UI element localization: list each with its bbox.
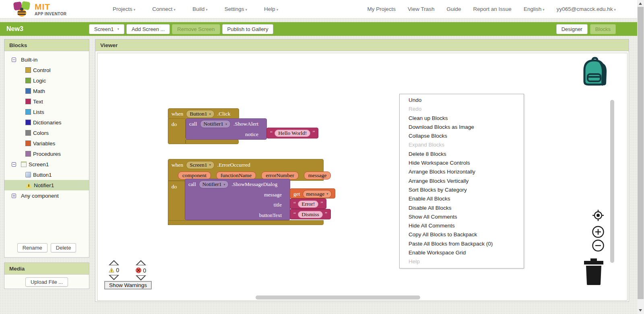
- menu-projects[interactable]: Projects▾: [113, 6, 135, 12]
- link-report-issue[interactable]: Report an Issue: [473, 6, 512, 12]
- menu-item-hide-workspace-controls[interactable]: Hide Workspace Controls: [400, 159, 524, 167]
- tree-item-notifier1[interactable]: Notifier1: [4, 180, 89, 190]
- menu-item-download-blocks-as-image[interactable]: Download Blocks as Image: [400, 123, 524, 132]
- param-message[interactable]: message: [304, 171, 331, 180]
- menu-item-enable-workspace-grid[interactable]: Enable Workspace Grid: [400, 248, 524, 257]
- link-view-trash[interactable]: View Trash: [408, 6, 435, 12]
- warning-count: 0: [116, 267, 119, 273]
- delete-button[interactable]: Delete: [51, 243, 76, 252]
- tree-item-builtin[interactable]: − Built-in: [4, 54, 89, 65]
- block-text-dismiss[interactable]: “ Dismiss ”: [290, 209, 331, 219]
- collapse-icon[interactable]: −: [12, 162, 16, 167]
- blocks-workspace[interactable]: when Button1▾ .Click do call Notifier1▾ …: [97, 53, 627, 301]
- menu-item-redo: Redo: [400, 105, 524, 114]
- logo-sub-text: APP INVENTOR: [35, 12, 66, 16]
- open-quote-icon: “: [293, 201, 296, 207]
- account-menu[interactable]: yy065@cmacck.edu.hk▾: [557, 6, 616, 12]
- expand-warnings-arrow-icon[interactable]: [109, 275, 119, 280]
- menu-item-delete-8-blocks[interactable]: Delete 8 Blocks: [400, 150, 524, 159]
- backpack-icon[interactable]: [580, 56, 610, 89]
- palette-category-logic[interactable]: Logic: [4, 75, 89, 86]
- chevron-down-icon: ▾: [209, 163, 211, 167]
- palette-header: Blocks: [4, 39, 89, 51]
- tree-item-any-component[interactable]: + Any component: [4, 190, 89, 201]
- menu-item-arrange-blocks-horizontally[interactable]: Arrange Blocks Horizontally: [400, 167, 524, 176]
- add-screen-button[interactable]: Add Screen ...: [126, 24, 170, 34]
- block-call-showalert[interactable]: call Notifier1▾ .ShowAlert notice: [186, 118, 267, 140]
- palette-category-procedures[interactable]: Procedures: [4, 149, 89, 159]
- collapse-warnings-arrow-icon[interactable]: [109, 260, 119, 265]
- palette-category-math[interactable]: Math: [4, 86, 89, 96]
- param-errornumber[interactable]: errorNumber: [261, 171, 298, 180]
- menu-item-sort-blocks-by-category[interactable]: Sort Blocks by Category: [400, 186, 524, 194]
- scrollbar-thumb[interactable]: [638, 7, 644, 299]
- menu-item-paste-all-blocks-from-backpack-0[interactable]: Paste All Blocks from Backpack (0): [400, 240, 524, 248]
- palette-category-lists[interactable]: Lists: [4, 107, 89, 117]
- category-color-icon: [25, 67, 31, 73]
- palette-category-control[interactable]: Control: [4, 65, 89, 75]
- menu-item-enable-all-blocks[interactable]: Enable All Blocks: [400, 194, 524, 203]
- palette-category-text[interactable]: Text: [4, 96, 89, 107]
- upload-file-button[interactable]: Upload File ...: [25, 277, 68, 287]
- tree-item-button1[interactable]: Button1: [4, 169, 89, 180]
- browser-scrollbar[interactable]: [637, 0, 644, 314]
- block-get-message[interactable]: get message▾: [290, 188, 335, 198]
- block-text-hello-world[interactable]: “ Hello World! ”: [266, 128, 318, 138]
- zoom-out-icon[interactable]: [592, 239, 605, 252]
- menu-build[interactable]: Build▾: [192, 6, 208, 12]
- menu-item-clean-up-blocks[interactable]: Clean up Blocks: [400, 114, 524, 123]
- component-dropdown[interactable]: Notifier1▾: [200, 120, 231, 128]
- category-color-icon: [25, 130, 31, 136]
- menu-item-arrange-blocks-vertically[interactable]: Arrange Blocks Vertically: [400, 177, 524, 186]
- publish-gallery-button[interactable]: Publish to Gallery: [222, 24, 274, 34]
- block-call-showmessagedialog[interactable]: call Notifier1▾ .ShowMessageDialog messa…: [185, 179, 290, 220]
- workspace-vertical-scrollbar[interactable]: [610, 100, 614, 263]
- link-my-projects[interactable]: My Projects: [367, 6, 396, 12]
- menu-item-disable-all-blocks[interactable]: Disable All Blocks: [400, 204, 524, 213]
- scroll-down-icon[interactable]: [639, 309, 642, 312]
- palette-category-dictionaries[interactable]: Dictionaries: [4, 117, 89, 128]
- language-selector[interactable]: English▾: [524, 6, 545, 12]
- block-text-error[interactable]: “ Error! ”: [290, 198, 326, 209]
- menu-item-hide-all-comments[interactable]: Hide All Comments: [400, 221, 524, 230]
- menu-item-collapse-blocks[interactable]: Collapse Blocks: [400, 132, 524, 140]
- scroll-up-icon[interactable]: [639, 2, 642, 5]
- notifier-warning-icon: [25, 183, 32, 188]
- menu-help[interactable]: Help▾: [264, 6, 278, 12]
- zoom-in-icon[interactable]: [592, 225, 605, 238]
- workspace-horizontal-scrollbar[interactable]: [256, 295, 420, 300]
- component-dropdown[interactable]: Screen1▾: [186, 161, 215, 169]
- param-component[interactable]: component: [178, 171, 211, 180]
- show-warnings-button[interactable]: Show Warnings: [104, 281, 152, 289]
- expand-errors-arrow-icon[interactable]: [136, 275, 146, 281]
- designer-button[interactable]: Designer: [556, 24, 588, 34]
- variable-dropdown[interactable]: message▾: [303, 190, 332, 198]
- menu-settings[interactable]: Settings▾: [225, 6, 247, 12]
- menu-connect[interactable]: Connect▾: [152, 6, 175, 12]
- menu-item-copy-all-blocks-to-backpack[interactable]: Copy All Blocks to Backpack: [400, 230, 524, 239]
- link-guide[interactable]: Guide: [447, 6, 461, 12]
- text-field[interactable]: Error!: [298, 200, 318, 208]
- palette-category-colors[interactable]: Colors: [4, 128, 89, 138]
- trash-icon[interactable]: [582, 258, 606, 286]
- expand-icon[interactable]: +: [12, 194, 16, 198]
- collapse-errors-arrow-icon[interactable]: [136, 260, 146, 265]
- warning-counter-group: 0: [109, 260, 119, 280]
- tree-item-screen1[interactable]: − Screen1: [4, 159, 89, 169]
- socket-notice: notice: [245, 131, 263, 138]
- menu-item-show-all-comments[interactable]: Show All Comments: [400, 213, 524, 221]
- chevron-down-icon: ▾: [134, 8, 136, 12]
- text-field[interactable]: Hello World!: [275, 130, 310, 137]
- component-dropdown[interactable]: Button1▾: [186, 110, 215, 118]
- mit-app-inventor-logo[interactable]: MIT APP INVENTOR: [12, 1, 97, 17]
- component-dropdown[interactable]: Notifier1▾: [199, 180, 229, 188]
- center-workspace-icon[interactable]: [591, 208, 605, 223]
- text-field[interactable]: Dismiss: [298, 211, 323, 218]
- palette-category-variables[interactable]: Variables: [4, 138, 89, 149]
- rename-button[interactable]: Rename: [17, 243, 47, 252]
- param-functionname[interactable]: functionName: [216, 171, 256, 180]
- screen-selector[interactable]: Screen1▾: [89, 24, 124, 34]
- menu-item-help: Help: [400, 257, 524, 266]
- collapse-icon[interactable]: −: [12, 58, 16, 62]
- menu-item-undo[interactable]: Undo: [400, 96, 524, 105]
